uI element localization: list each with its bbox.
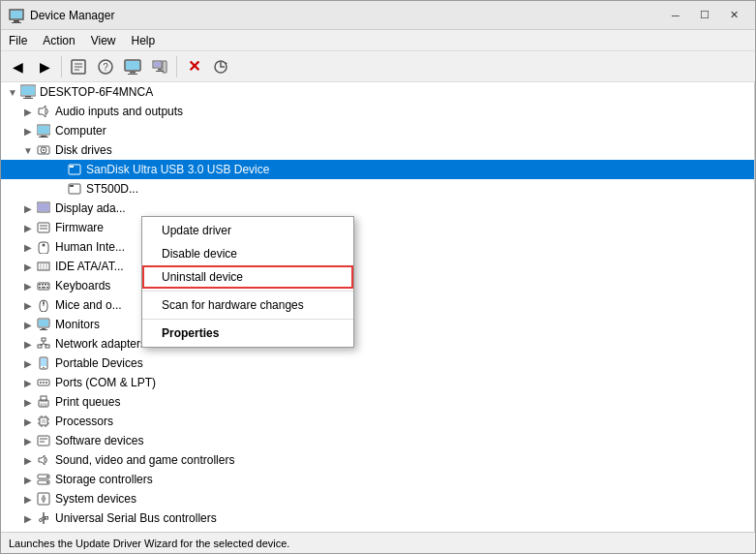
computer-icon: [20, 84, 36, 100]
svg-rect-50: [42, 284, 44, 286]
toolbar-properties-button[interactable]: [66, 54, 91, 79]
expand-ports[interactable]: ▶: [20, 375, 36, 390]
svg-rect-55: [46, 287, 48, 289]
tree-root[interactable]: ▼ DESKTOP-6F4MNCA: [1, 82, 754, 102]
tree-computer[interactable]: ▶ Computer: [1, 121, 754, 140]
tree-firmware[interactable]: ▶ Firmware: [1, 218, 754, 237]
svg-rect-2: [12, 22, 21, 23]
svg-point-71: [43, 367, 45, 369]
expand-network[interactable]: ▶: [20, 336, 36, 352]
expand-hid[interactable]: ▶: [20, 239, 36, 255]
hid-icon: [36, 239, 51, 255]
svg-rect-12: [130, 72, 136, 74]
svg-rect-89: [38, 436, 49, 446]
software-icon: [36, 433, 51, 448]
tree-sandisk[interactable]: SanDisk Ultra USB 3.0 USB Device: [1, 160, 754, 179]
toolbar-monitor-button[interactable]: [120, 54, 145, 79]
expand-diskdrives[interactable]: ▼: [20, 142, 36, 158]
expand-firmware[interactable]: ▶: [20, 220, 36, 235]
toolbar-back-button[interactable]: ◀: [5, 54, 30, 79]
window-controls: ─ ☐ ✕: [662, 6, 747, 25]
tree-audio[interactable]: ▶ Audio inputs and outputs: [1, 102, 754, 121]
menu-help[interactable]: Help: [124, 30, 164, 50]
expand-print[interactable]: ▶: [20, 394, 36, 410]
expand-processors[interactable]: ▶: [20, 414, 36, 429]
tree-storage[interactable]: ▶ Storage controllers: [1, 470, 754, 489]
storage-icon: [36, 472, 51, 487]
toolbar-forward-button[interactable]: ▶: [32, 54, 57, 79]
expand-sound[interactable]: ▶: [20, 452, 36, 468]
menu-action[interactable]: Action: [35, 30, 82, 50]
expand-usb[interactable]: ▶: [20, 510, 36, 526]
tree-software[interactable]: ▶ Software devices: [1, 431, 754, 450]
maximize-button[interactable]: ☐: [691, 6, 718, 25]
tree-sound[interactable]: ▶ Sound, video and game controllers: [1, 450, 754, 470]
keyboard-icon: [36, 278, 51, 293]
expand-software[interactable]: ▶: [20, 433, 36, 448]
svg-rect-51: [45, 284, 46, 286]
expand-root[interactable]: ▼: [5, 84, 20, 100]
portable-label: Portable Devices: [55, 356, 143, 370]
tree-hid[interactable]: ▶ Human Inte...: [1, 237, 754, 257]
toolbar: ◀ ▶ ?: [1, 51, 755, 82]
tree-network[interactable]: ▶ Network adapters: [1, 334, 754, 354]
keyboards-label: Keyboards: [55, 279, 110, 292]
tree-st500[interactable]: ST500D...: [1, 179, 754, 199]
tree-portable[interactable]: ▶ Portable Devices: [1, 354, 754, 373]
tree-ports[interactable]: ▶ Ports (COM & LPT): [1, 373, 754, 392]
minimize-button[interactable]: ─: [662, 6, 689, 25]
device-tree[interactable]: ▼ DESKTOP-6F4MNCA ▶: [1, 82, 755, 532]
close-button[interactable]: ✕: [720, 6, 747, 25]
ctx-uninstall-device[interactable]: Uninstall device: [142, 265, 353, 289]
ctx-scan-hardware[interactable]: Scan for hardware changes: [142, 293, 353, 317]
svg-point-101: [40, 519, 43, 522]
expand-ide[interactable]: ▶: [20, 259, 36, 274]
tree-monitors[interactable]: ▶ Monitors: [1, 315, 754, 334]
tree-print[interactable]: ▶ Print queues: [1, 392, 754, 412]
tree-keyboards[interactable]: ▶ Keyboards: [1, 276, 754, 295]
tree-ide[interactable]: ▶ IDE ATA/AT...: [1, 257, 754, 276]
expand-mice[interactable]: ▶: [20, 297, 36, 313]
tree-mice[interactable]: ▶ Mice and o...: [1, 295, 754, 315]
menu-file[interactable]: File: [1, 30, 35, 50]
tree-usb[interactable]: ▶ Universal Serial Bus controllers: [1, 508, 754, 528]
svg-rect-23: [25, 96, 31, 98]
expand-display[interactable]: ▶: [20, 200, 36, 216]
tree-diskdrives[interactable]: ▼ Disk drives: [1, 140, 754, 160]
tree-system[interactable]: ▶ System devices: [1, 489, 754, 508]
title-bar: Device Manager ─ ☐ ✕: [1, 1, 755, 30]
svg-rect-102: [45, 517, 48, 520]
expand-audio[interactable]: ▶: [20, 104, 36, 119]
audio-icon: [36, 104, 51, 119]
toolbar-separator-2: [176, 56, 177, 77]
expand-storage[interactable]: ▶: [20, 472, 36, 487]
window-icon: [9, 8, 24, 23]
ctx-disable-device[interactable]: Disable device: [142, 242, 353, 265]
status-text: Launches the Update Driver Wizard for th…: [9, 538, 289, 549]
ctx-properties[interactable]: Properties: [142, 322, 353, 345]
svg-rect-11: [126, 61, 139, 70]
toolbar-help-button[interactable]: ?: [93, 54, 118, 79]
expand-portable[interactable]: ▶: [20, 355, 36, 371]
computer-item-icon: [36, 123, 51, 138]
ctx-separator-2: [142, 319, 353, 320]
expand-st500: [51, 181, 67, 197]
ide-icon: [36, 259, 51, 274]
toolbar-display-button[interactable]: [147, 54, 172, 79]
svg-marker-25: [39, 106, 45, 117]
ctx-update-driver[interactable]: Update driver: [142, 219, 353, 242]
tree-processors[interactable]: ▶ Processors: [1, 412, 754, 431]
menu-view[interactable]: View: [83, 30, 124, 50]
tree-display[interactable]: ▶ Display ada...: [1, 199, 754, 218]
monitors-icon: [36, 317, 51, 332]
usb-icon: [36, 510, 51, 526]
expand-keyboards[interactable]: ▶: [20, 278, 36, 293]
root-label: DESKTOP-6F4MNCA: [40, 85, 153, 99]
expand-system[interactable]: ▶: [20, 491, 36, 507]
svg-rect-15: [154, 62, 161, 67]
toolbar-remove-button[interactable]: ✕: [181, 54, 206, 79]
st500-icon: [67, 181, 82, 197]
toolbar-scan-button[interactable]: [208, 54, 233, 79]
expand-monitors[interactable]: ▶: [20, 317, 36, 332]
expand-computer[interactable]: ▶: [20, 123, 36, 138]
